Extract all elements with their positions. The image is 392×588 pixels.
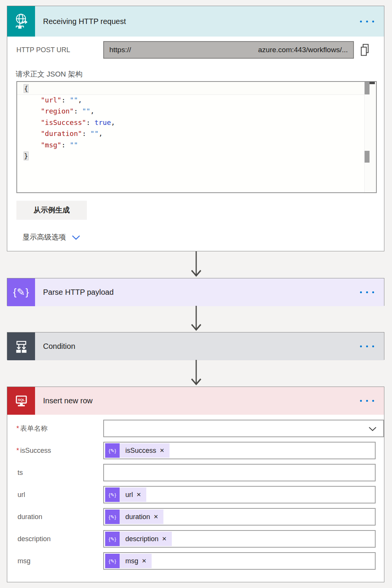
http-request-trigger-icon [7, 6, 35, 37]
request-body-json-schema-label: 请求正文 JSON 架构 [16, 69, 384, 79]
copy-url-button[interactable] [359, 43, 371, 56]
menu-dot [360, 291, 362, 293]
duration-input[interactable]: {✎} duration ✕ [103, 508, 376, 526]
svg-text:SQL: SQL [18, 398, 25, 402]
form-row-issuccess: *isSuccess {✎} isSuccess ✕ [7, 442, 384, 459]
ellipsis-menu-button[interactable] [360, 21, 374, 22]
generate-from-sample-button[interactable]: 从示例生成 [16, 201, 87, 220]
http-post-url-row: HTTP POST URL https:// azure.com:443/wor… [16, 41, 376, 59]
dynamic-content-token[interactable]: {✎} duration ✕ [105, 510, 163, 524]
msg-input[interactable]: {✎} msg ✕ [103, 552, 376, 570]
dynamic-content-icon: {✎} [105, 510, 120, 524]
workflow-designer-canvas: Receiving HTTP request HTTP POST URL htt… [0, 0, 392, 582]
dynamic-content-icon: {✎} [105, 487, 120, 502]
sql-monitor-icon: SQL [13, 392, 30, 410]
insert-card-header[interactable]: SQL Insert new row [7, 387, 384, 415]
http-post-url-value: https:// azure.com:443/workflows/... [103, 41, 354, 59]
form-row-table-name: *表单名称 [7, 420, 384, 437]
remove-token-icon[interactable]: ✕ [142, 558, 152, 564]
condition-branch-icon [7, 332, 35, 360]
condition-card-header[interactable]: Condition [7, 332, 384, 360]
json-schema-editor[interactable]: { "url": "", "region": "", "isSuccess": … [16, 81, 377, 193]
form-row-duration: duration {✎} duration ✕ [7, 508, 384, 526]
menu-dot [360, 400, 362, 402]
condition-card-title: Condition [43, 342, 75, 351]
menu-dot [366, 291, 368, 293]
menu-dot [366, 21, 368, 22]
code-line: "url": "", [24, 94, 376, 106]
menu-dot [360, 21, 362, 22]
code-line: "region": "", [24, 105, 376, 117]
dynamic-content-token[interactable]: {✎} isSuccess ✕ [105, 443, 170, 458]
url-label: url [16, 491, 103, 499]
duration-label: duration [16, 513, 103, 521]
action-card-insert-new-row: SQL Insert new row *表单名称 [7, 387, 384, 582]
table-name-label: *表单名称 [16, 424, 103, 433]
insert-card-title: Insert new row [43, 396, 93, 405]
parse-card-title: Parse HTTP payload [43, 288, 114, 297]
insert-row-form: *表单名称 *isSuccess {✎} isSuccess ✕ [7, 415, 384, 570]
connector-arrow [7, 251, 385, 278]
trigger-card-title: Receiving HTTP request [43, 17, 126, 26]
dynamic-content-token[interactable]: {✎} description ✕ [105, 532, 172, 546]
menu-dot [366, 400, 368, 402]
menu-dot [366, 345, 368, 347]
dynamic-content-icon: {✎} [105, 443, 120, 458]
form-row-ts: ts [7, 464, 384, 481]
form-row-url: url {✎} url ✕ [7, 486, 384, 503]
code-line: "duration": "", [24, 128, 376, 139]
menu-dot [372, 291, 374, 293]
form-row-msg: msg {✎} msg ✕ [7, 552, 384, 570]
copy-icon [359, 43, 371, 56]
ellipsis-menu-button[interactable] [360, 345, 374, 347]
down-arrow-icon [190, 306, 203, 332]
msg-label: msg [16, 557, 103, 565]
code-line: "msg": "" [24, 139, 376, 151]
action-card-parse-http-payload[interactable]: {✎} Parse HTTP payload [7, 278, 384, 306]
parse-json-icon: {✎} [7, 278, 35, 306]
code-line: { [24, 83, 376, 94]
url-prefix: https:// [109, 46, 131, 54]
dynamic-content-icon: {✎} [105, 554, 120, 568]
chevron-down-icon [72, 235, 80, 240]
ts-label: ts [16, 469, 103, 477]
issuccess-input[interactable]: {✎} isSuccess ✕ [103, 442, 376, 459]
dynamic-content-icon: {✎} [105, 532, 120, 546]
trigger-card-header[interactable]: Receiving HTTP request [7, 6, 384, 37]
globe-arrow-icon [12, 11, 30, 31]
menu-dot [372, 400, 374, 402]
close-brace: } [24, 152, 28, 160]
code-line: "isSuccess": true, [24, 117, 376, 128]
dynamic-content-token[interactable]: {✎} msg ✕ [105, 554, 152, 568]
connector-arrow [7, 306, 385, 332]
trigger-card-receiving-http-request: Receiving HTTP request HTTP POST URL htt… [7, 6, 384, 251]
form-row-description: description {✎} description ✕ [7, 530, 384, 548]
remove-token-icon[interactable]: ✕ [160, 447, 170, 454]
dynamic-content-token[interactable]: {✎} url ✕ [105, 487, 146, 502]
parse-card-header[interactable]: {✎} Parse HTTP payload [7, 278, 384, 306]
flowchart-icon [13, 338, 30, 355]
show-advanced-options-link[interactable]: 显示高级选项 [22, 232, 80, 242]
url-input[interactable]: {✎} url ✕ [103, 486, 376, 503]
ellipsis-menu-button[interactable] [360, 291, 374, 293]
menu-dot [372, 21, 374, 22]
description-input[interactable]: {✎} description ✕ [103, 530, 376, 548]
braces-pencil-icon: {✎} [13, 286, 29, 298]
table-name-dropdown[interactable] [103, 420, 384, 437]
down-arrow-icon [190, 251, 203, 278]
issuccess-label: *isSuccess [16, 447, 103, 455]
ellipsis-menu-button[interactable] [360, 400, 374, 402]
sql-server-icon: SQL [7, 387, 35, 415]
code-line: } [24, 150, 376, 162]
remove-token-icon[interactable]: ✕ [136, 491, 146, 498]
menu-dot [372, 345, 374, 347]
url-suffix: azure.com:443/workflows/... [258, 46, 348, 54]
remove-token-icon[interactable]: ✕ [154, 513, 163, 520]
ts-input[interactable] [103, 464, 376, 481]
json-schema-code[interactable]: { "url": "", "region": "", "isSuccess": … [17, 82, 376, 162]
action-card-condition[interactable]: Condition [7, 332, 384, 360]
http-post-url-label: HTTP POST URL [16, 46, 103, 54]
down-arrow-icon [190, 360, 203, 387]
description-label: description [16, 535, 103, 543]
remove-token-icon[interactable]: ✕ [162, 535, 172, 542]
